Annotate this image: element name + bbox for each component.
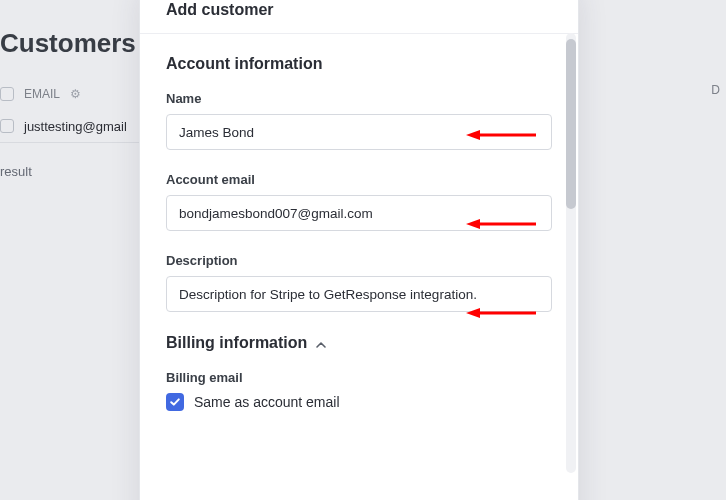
chevron-up-icon: [315, 337, 327, 349]
account-email-input[interactable]: [166, 195, 552, 231]
same-as-account-label: Same as account email: [194, 394, 340, 410]
same-as-account-row[interactable]: Same as account email: [166, 393, 552, 411]
name-input[interactable]: [166, 114, 552, 150]
name-field: Name: [166, 91, 552, 150]
account-email-label: Account email: [166, 172, 552, 187]
account-information-heading: Account information: [166, 55, 552, 73]
modal-body: Account information Name Account email D…: [140, 33, 578, 500]
add-customer-modal: Add customer Account information Name Ac…: [139, 0, 579, 500]
checkbox-checked-icon[interactable]: [166, 393, 184, 411]
account-email-field: Account email: [166, 172, 552, 231]
billing-information-heading[interactable]: Billing information: [166, 334, 552, 352]
description-field: Description: [166, 253, 552, 312]
modal-title: Add customer: [140, 0, 578, 33]
name-label: Name: [166, 91, 552, 106]
description-input[interactable]: [166, 276, 552, 312]
description-label: Description: [166, 253, 552, 268]
billing-email-field: Billing email Same as account email: [166, 370, 552, 411]
billing-information-label: Billing information: [166, 334, 307, 352]
billing-email-label: Billing email: [166, 370, 552, 385]
